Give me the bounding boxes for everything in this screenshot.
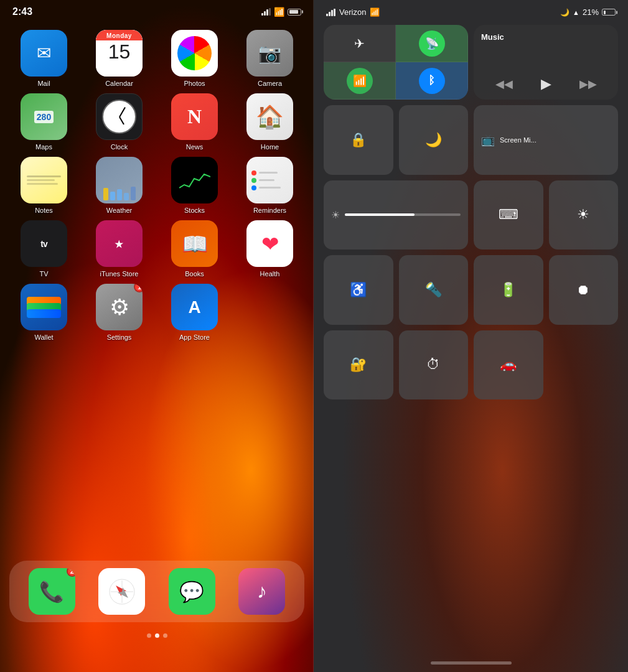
app-camera[interactable]: 📷 Camera <box>235 30 304 87</box>
status-time: 2:43 <box>12 6 32 17</box>
app-books[interactable]: 📖 Books <box>160 220 229 278</box>
sun-icon: ☀ <box>577 207 589 223</box>
cc-status-left: Verizon 📶 <box>326 7 380 17</box>
screen-mirror-label: Screen Mi... <box>500 136 537 144</box>
flashlight-icon: 🔦 <box>425 282 442 298</box>
app-appstore[interactable]: A App Store <box>160 284 229 341</box>
phone-badge: 2 <box>67 568 75 577</box>
calendar-icon: Monday 15 <box>96 30 143 77</box>
clock-icon <box>96 93 143 140</box>
app-itunes[interactable]: ⋆ iTunes Store <box>85 220 154 278</box>
app-tv[interactable]: tv TV <box>9 220 78 278</box>
dock-messages[interactable]: 💬 <box>169 568 215 615</box>
timer-icon: ⏱ <box>426 357 440 373</box>
screen-mirror-tile[interactable]: 📺 Screen Mi... <box>474 105 618 175</box>
cellular-toggle[interactable]: 📡 <box>396 25 468 62</box>
screen-record-tile[interactable]: ⏺ <box>549 255 619 325</box>
app-wallet[interactable]: Wallet <box>9 284 78 341</box>
app-mail[interactable]: ✉ Mail <box>9 30 78 87</box>
cc-status-bar: Verizon 📶 🌙 ▲ 21% <box>314 0 628 22</box>
weather-label: Weather <box>106 207 132 214</box>
cc-battery-pct: 21% <box>583 7 599 17</box>
clock-label: Clock <box>111 143 128 151</box>
photos-graphic <box>177 36 212 70</box>
rotation-lock-icon: 🔒 <box>350 132 367 148</box>
app-reminders[interactable]: Reminders <box>235 157 304 214</box>
status-icons-left: 📶 <box>261 7 301 17</box>
play-button[interactable]: ▶ <box>541 76 551 92</box>
settings-label: Settings <box>107 334 132 341</box>
flashlight-tile[interactable]: 🔦 <box>399 255 469 325</box>
accessibility-tile[interactable]: ♿ <box>324 255 393 325</box>
photos-icon <box>171 30 218 77</box>
app-notes[interactable]: Notes <box>9 157 78 214</box>
app-clock[interactable]: Clock <box>85 93 154 151</box>
low-power-tile[interactable]: 🔋 <box>474 255 543 325</box>
brightness-slider[interactable]: ☀ <box>324 180 468 250</box>
page-dot-1 <box>147 633 151 638</box>
app-photos[interactable]: Photos <box>160 30 229 87</box>
mail-icon: ✉ <box>21 30 67 77</box>
dock-music[interactable]: ♪ <box>238 568 285 615</box>
dock-safari[interactable] <box>98 568 145 615</box>
page-dot-3 <box>163 633 167 638</box>
brightness-tile[interactable]: ☀ <box>549 180 619 250</box>
music-tile-title: Music <box>481 32 611 42</box>
clock-face <box>102 100 136 134</box>
phone-icon: 📞 2 <box>29 568 75 615</box>
carplay-tile[interactable]: 🚗 <box>474 330 543 400</box>
dock-phone[interactable]: 📞 2 <box>29 568 75 615</box>
tv-label: TV <box>39 270 48 278</box>
forward-button[interactable]: ▶▶ <box>579 77 597 91</box>
notes-icon <box>21 157 67 203</box>
home-indicator-right <box>431 661 512 665</box>
page-dot-2 <box>155 633 159 638</box>
wifi-toggle[interactable]: 📶 <box>324 62 396 100</box>
rotation-lock-tile[interactable]: 🔒 <box>324 105 393 175</box>
airplane-icon: ✈ <box>354 36 365 51</box>
app-news[interactable]: N News <box>160 93 229 151</box>
cc-signal-icon <box>326 9 335 16</box>
connectivity-tile: ✈ 📡 📶 ᛒ <box>324 25 468 100</box>
lock-tile[interactable]: 🔐 <box>324 330 393 400</box>
app-settings[interactable]: ⚙ 1 Settings <box>85 284 154 341</box>
app-home[interactable]: 🏠 Home <box>235 93 304 151</box>
cc-wifi-icon: 📶 <box>370 7 380 17</box>
brightness-track <box>345 213 461 216</box>
books-icon: 📖 <box>171 220 218 267</box>
app-calendar[interactable]: Monday 15 Calendar <box>85 30 154 87</box>
control-center: Verizon 📶 🌙 ▲ 21% ✈ 📡 📶 <box>314 0 628 672</box>
rewind-button[interactable]: ◀◀ <box>495 77 513 91</box>
page-dots <box>0 633 314 638</box>
health-label: Health <box>260 270 280 278</box>
brightness-fill <box>345 213 415 216</box>
app-maps[interactable]: 280 Maps <box>9 93 78 151</box>
app-health[interactable]: ❤ Health <box>235 220 304 278</box>
app-stocks[interactable]: Stocks <box>160 157 229 214</box>
music-controls: ◀◀ ▶ ▶▶ <box>481 76 611 92</box>
keyboard-tile[interactable]: ⌨ <box>474 180 543 250</box>
health-icon: ❤ <box>246 220 293 267</box>
home-screen: 2:43 📶 ✉ Mail Monday <box>0 0 314 672</box>
carplay-icon: 🚗 <box>500 357 517 373</box>
battery-icon-left <box>288 9 301 16</box>
do-not-disturb-tile[interactable]: 🌙 <box>399 105 469 175</box>
app-weather[interactable]: Weather <box>85 157 154 214</box>
notes-label: Notes <box>35 207 53 214</box>
books-label: Books <box>185 270 204 278</box>
cc-battery-bar <box>602 9 616 16</box>
weather-icon <box>96 157 143 203</box>
brightness-icon: ☀ <box>331 209 340 221</box>
camera-label: Camera <box>258 80 282 87</box>
itunes-icon: ⋆ <box>96 220 143 267</box>
wifi-icon-left: 📶 <box>274 7 284 17</box>
bluetooth-toggle[interactable]: ᛒ <box>396 62 468 100</box>
maps-label: Maps <box>35 143 52 151</box>
airplane-toggle[interactable]: ✈ <box>324 25 396 62</box>
maps-icon: 280 <box>21 93 67 140</box>
dock: 📞 2 💬 ♪ <box>9 561 304 622</box>
stocks-icon <box>171 157 218 203</box>
timer-tile[interactable]: ⏱ <box>399 330 469 400</box>
cc-main-grid: ✈ 📡 📶 ᛒ Music ◀◀ ▶ <box>314 22 628 403</box>
accessibility-icon: ♿ <box>350 282 367 298</box>
